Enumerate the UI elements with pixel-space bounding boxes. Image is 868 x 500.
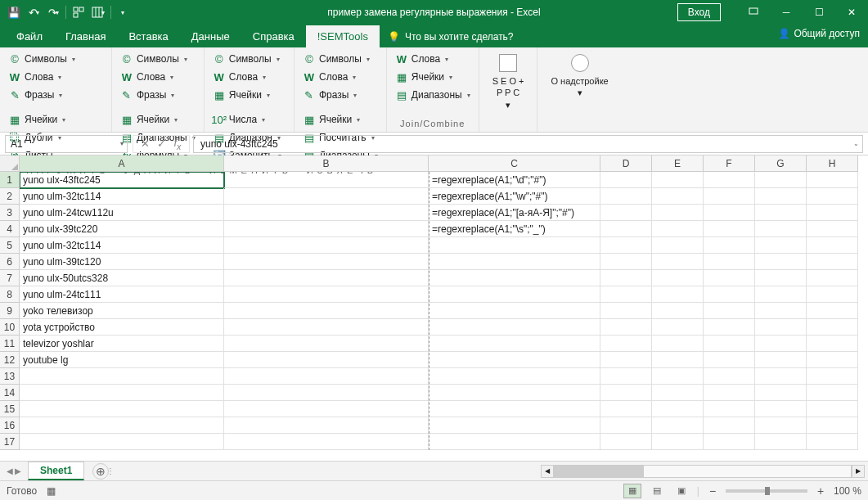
cell[interactable] <box>429 434 600 450</box>
cell[interactable] <box>704 221 755 237</box>
cell[interactable] <box>755 385 807 401</box>
cell[interactable] <box>20 385 224 401</box>
cell[interactable] <box>224 434 429 450</box>
custom-qat-icon-1[interactable] <box>70 3 88 21</box>
change-words-button[interactable]: WСлова▾ <box>209 69 289 85</box>
cell[interactable] <box>600 336 652 352</box>
cell[interactable]: yota устройство <box>20 319 224 336</box>
sheet-nav-prev-icon[interactable]: ◀ <box>7 466 13 475</box>
cell[interactable] <box>807 237 858 254</box>
cell[interactable]: =regexreplace(A1;"\s";"_") <box>429 221 600 237</box>
cell[interactable]: yuno ulm-32tc114 <box>20 188 224 205</box>
find-words-button[interactable]: WСлова▾ <box>5 69 106 85</box>
cell[interactable] <box>704 188 755 205</box>
cell[interactable] <box>652 270 704 286</box>
cell[interactable] <box>652 352 704 368</box>
cell[interactable] <box>755 188 807 205</box>
zoom-out-button[interactable]: − <box>706 484 719 498</box>
cell[interactable] <box>755 417 807 434</box>
view-normal-icon[interactable]: ▦ <box>623 484 641 498</box>
tab-insert[interactable]: Вставка <box>117 25 179 47</box>
delete-phrases-button[interactable]: ✎Фразы▾ <box>117 87 199 103</box>
save-icon[interactable]: 💾 <box>5 3 23 21</box>
cell[interactable] <box>224 188 429 205</box>
cell[interactable] <box>807 368 858 385</box>
cell[interactable] <box>807 434 858 450</box>
cell[interactable] <box>704 417 755 434</box>
tab-data[interactable]: Данные <box>180 25 241 47</box>
cell[interactable] <box>224 237 429 254</box>
scroll-right-icon[interactable]: ▶ <box>852 465 865 478</box>
sheet-splitter[interactable]: ⋮ <box>109 466 112 475</box>
cell[interactable] <box>224 172 429 188</box>
cell[interactable] <box>755 303 807 319</box>
horizontal-scrollbar[interactable]: ◀ ▶ <box>541 465 868 478</box>
cell[interactable] <box>704 319 755 336</box>
view-page-break-icon[interactable]: ▣ <box>672 484 690 498</box>
scroll-left-icon[interactable]: ◀ <box>541 465 554 478</box>
cell[interactable] <box>600 319 652 336</box>
cell[interactable]: yuno ulx-43ftc245 <box>20 172 224 188</box>
cell[interactable] <box>755 352 807 368</box>
column-header[interactable]: D <box>600 155 652 172</box>
sheet-nav-next-icon[interactable]: ▶ <box>15 466 21 475</box>
cell[interactable] <box>704 270 755 286</box>
cell[interactable] <box>20 417 224 434</box>
cell[interactable] <box>224 319 429 336</box>
cell[interactable] <box>429 401 600 417</box>
find-cells-button[interactable]: ▦Ячейки▾ <box>5 111 106 128</box>
row-header[interactable]: 13 <box>0 368 20 385</box>
extract-phrases-button[interactable]: ✎Фразы▾ <box>299 87 381 103</box>
cell[interactable] <box>807 417 858 434</box>
macro-record-icon[interactable]: ▦ <box>47 485 56 497</box>
tab-file[interactable]: Файл <box>5 25 54 47</box>
cell[interactable] <box>224 401 429 417</box>
sheet-tab-active[interactable]: Sheet1 <box>28 462 84 480</box>
cell[interactable] <box>704 237 755 254</box>
cell[interactable] <box>755 254 807 270</box>
cell[interactable] <box>807 352 858 368</box>
zoom-thumb[interactable] <box>765 487 770 495</box>
cell[interactable] <box>224 221 429 237</box>
cell[interactable] <box>704 352 755 368</box>
cell[interactable] <box>224 270 429 286</box>
cell[interactable] <box>600 254 652 270</box>
ribbon-options-icon[interactable] <box>737 0 770 25</box>
row-header[interactable]: 3 <box>0 205 20 221</box>
column-header[interactable]: A <box>20 155 224 172</box>
cell[interactable] <box>807 385 858 401</box>
cell[interactable] <box>224 286 429 303</box>
cell[interactable] <box>652 254 704 270</box>
cell[interactable] <box>652 434 704 450</box>
expand-formula-icon[interactable]: ⌄ <box>853 140 859 147</box>
row-header[interactable]: 4 <box>0 221 20 237</box>
row-header[interactable]: 17 <box>0 434 20 450</box>
cell[interactable] <box>807 188 858 205</box>
custom-qat-icon-2[interactable]: ▾ <box>89 3 107 21</box>
column-header[interactable]: H <box>807 155 858 172</box>
find-phrases-button[interactable]: ✎Фразы▾ <box>5 87 106 103</box>
cell[interactable]: yuno ulm-24tcw112u <box>20 205 224 221</box>
cell[interactable] <box>652 401 704 417</box>
cell[interactable] <box>755 319 807 336</box>
cell[interactable] <box>600 172 652 188</box>
chevron-down-icon[interactable]: ▾ <box>120 140 124 147</box>
cell[interactable]: yuno ulm-32tc114 <box>20 237 224 254</box>
cell[interactable] <box>807 270 858 286</box>
cell[interactable] <box>652 417 704 434</box>
cell[interactable] <box>429 417 600 434</box>
column-header[interactable]: C <box>429 155 600 172</box>
share-button[interactable]: 👤 Общий доступ <box>778 28 860 39</box>
cell[interactable] <box>807 286 858 303</box>
cell[interactable]: yuno ulx-50utcs328 <box>20 270 224 286</box>
cell[interactable] <box>807 401 858 417</box>
cell[interactable] <box>652 221 704 237</box>
cell[interactable] <box>807 319 858 336</box>
view-page-layout-icon[interactable]: ▤ <box>648 484 666 498</box>
cell[interactable] <box>704 336 755 352</box>
join-words-button[interactable]: WСлова▾ <box>392 51 474 67</box>
cell[interactable] <box>429 237 600 254</box>
cell[interactable] <box>755 270 807 286</box>
row-header[interactable]: 14 <box>0 385 20 401</box>
cell[interactable] <box>224 368 429 385</box>
